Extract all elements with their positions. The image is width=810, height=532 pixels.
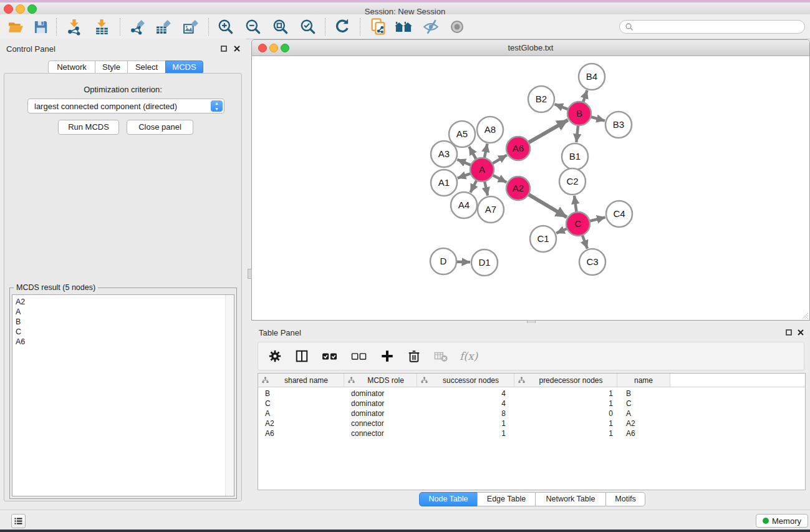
search-icon xyxy=(625,22,634,31)
divider-handle[interactable] xyxy=(248,269,252,279)
graph-edge-C-C1[interactable] xyxy=(556,228,567,233)
birds-eye-view-icon[interactable] xyxy=(446,17,468,37)
graph-edge-A-A8[interactable] xyxy=(485,144,488,158)
column-sort-icon xyxy=(518,377,525,384)
graph-edge-A-A1[interactable] xyxy=(458,173,471,178)
mcds-result-list[interactable]: A2 A B C A6 xyxy=(12,294,234,496)
table-row[interactable]: C dominator 4 1 C xyxy=(258,399,805,409)
tab-network[interactable]: Network xyxy=(48,60,95,74)
function-builder-icon[interactable]: f(x) xyxy=(460,350,478,362)
gear-icon[interactable] xyxy=(267,348,283,364)
mcds-result-group: MCDS result (5 nodes) A2 A B C A6 xyxy=(9,288,237,499)
column-header[interactable]: MCDS role xyxy=(344,374,417,387)
zoom-out-icon[interactable] xyxy=(243,17,264,37)
list-item[interactable]: A6 xyxy=(12,337,234,347)
float-panel-icon[interactable] xyxy=(784,328,793,336)
tab-network-table[interactable]: Network Table xyxy=(535,492,606,506)
node-table: shared name MCDS role successor nodes pr… xyxy=(258,373,806,490)
table-row[interactable]: B dominator 4 1 B xyxy=(258,389,805,399)
list-item[interactable]: C xyxy=(12,327,234,337)
graph-edge-A-A5[interactable] xyxy=(469,147,476,159)
column-header[interactable]: successor nodes xyxy=(417,374,514,387)
zoom-selected-icon[interactable] xyxy=(297,17,319,37)
delete-table-icon[interactable] xyxy=(433,348,449,364)
zoom-fit-icon[interactable] xyxy=(270,17,291,37)
network-graph[interactable]: AA1A2A3A4A5A6A7A8BB1B2B3B4CC1C2C3C4DD1 xyxy=(252,56,809,320)
column-header[interactable]: predecessor nodes xyxy=(514,374,617,387)
tab-node-table[interactable]: Node Table xyxy=(419,492,478,506)
close-panel-icon[interactable] xyxy=(796,328,804,336)
run-mcds-button[interactable]: Run MCDS xyxy=(58,120,119,135)
table-row[interactable]: A2 connector 1 1 A2 xyxy=(258,418,805,428)
scrollbar[interactable] xyxy=(225,295,234,496)
network-canvas[interactable]: AA1A2A3A4A5A6A7A8BB1B2B3B4CC1C2C3C4DD1 xyxy=(252,56,809,320)
close-panel-button[interactable]: Close panel xyxy=(127,120,193,135)
show-column-icon[interactable] xyxy=(294,348,310,364)
tab-mcds[interactable]: MCDS xyxy=(165,60,203,74)
table-row[interactable]: A6 connector 1 1 A6 xyxy=(258,428,805,438)
hide-labels-icon[interactable] xyxy=(420,17,441,37)
graph-node-label: A6 xyxy=(513,143,524,153)
tab-edge-table[interactable]: Edge Table xyxy=(477,492,536,506)
close-panel-icon[interactable] xyxy=(233,44,241,52)
graph-edge-A-A7[interactable] xyxy=(485,181,488,196)
main-toolbar xyxy=(0,14,810,39)
table-row[interactable]: A dominator 8 0 A xyxy=(258,409,805,418)
column-header[interactable]: shared name xyxy=(258,374,344,387)
export-table-icon[interactable] xyxy=(153,17,174,37)
tab-style[interactable]: Style xyxy=(95,60,128,74)
graph-edge-D-D1[interactable] xyxy=(456,262,470,263)
export-image-icon[interactable] xyxy=(180,17,201,37)
resize-grip-icon[interactable] xyxy=(800,311,809,319)
deselect-all-icon[interactable] xyxy=(350,348,369,364)
graph-node-label: A7 xyxy=(485,204,496,215)
trash-icon[interactable] xyxy=(406,348,422,364)
export-network-icon[interactable] xyxy=(127,17,148,37)
task-history-button[interactable] xyxy=(11,514,26,528)
graph-edge-B-B2[interactable] xyxy=(555,104,569,109)
add-icon[interactable] xyxy=(379,348,395,364)
select-all-icon[interactable] xyxy=(321,348,339,364)
import-network-icon[interactable] xyxy=(64,17,85,37)
column-header[interactable]: name xyxy=(617,374,670,387)
float-panel-icon[interactable] xyxy=(219,44,228,52)
graph-node-label: A1 xyxy=(438,177,450,188)
toolbar-separator xyxy=(120,18,120,36)
toolbar-separator xyxy=(360,18,360,36)
criterion-dropdown[interactable]: largest connected component (directed) ▲… xyxy=(27,99,224,114)
graph-edge-A-A2[interactable] xyxy=(493,175,506,183)
graph-edge-C-C3[interactable] xyxy=(582,235,587,249)
graph-edge-B-B1[interactable] xyxy=(576,125,578,142)
tab-motifs[interactable]: Motifs xyxy=(605,492,645,506)
graph-edge-C-C2[interactable] xyxy=(574,196,576,212)
clone-network-icon[interactable] xyxy=(368,17,389,37)
mcds-panel: Optimization criterion: largest connecte… xyxy=(4,73,242,501)
graph-edge-A-A3[interactable] xyxy=(457,160,471,165)
graph-edge-A-A4[interactable] xyxy=(470,180,476,193)
graph-edge-B-B4[interactable] xyxy=(583,90,587,102)
network-window-titlebar[interactable]: testGlobe.txt xyxy=(252,40,809,56)
graph-node-label: B xyxy=(576,108,582,118)
graph-edge-A6-B[interactable] xyxy=(528,120,567,142)
refresh-icon[interactable] xyxy=(332,17,353,37)
home-view-icon[interactable] xyxy=(393,17,414,37)
graph-edge-C-C4[interactable] xyxy=(589,217,605,221)
tab-select[interactable]: Select xyxy=(127,60,166,74)
list-item[interactable]: A2 xyxy=(12,297,234,307)
graph-node-label: B1 xyxy=(569,151,581,162)
search-input[interactable] xyxy=(634,22,804,32)
graph-node-label: B2 xyxy=(536,94,547,104)
list-item[interactable]: B xyxy=(12,317,234,327)
memory-button[interactable]: Memory xyxy=(756,514,808,528)
save-session-icon[interactable] xyxy=(30,17,51,37)
graph-node-label: B4 xyxy=(586,71,597,82)
search-box[interactable] xyxy=(619,20,805,34)
list-item[interactable]: A xyxy=(12,307,234,317)
graph-edge-B-B3[interactable] xyxy=(591,117,605,120)
open-file-icon[interactable] xyxy=(5,17,26,37)
zoom-in-icon[interactable] xyxy=(215,17,236,37)
import-table-icon[interactable] xyxy=(91,17,112,37)
graph-edge-A2-C[interactable] xyxy=(528,195,567,218)
graph-edge-A-A6[interactable] xyxy=(492,155,506,164)
graph-node-label: A8 xyxy=(485,124,496,135)
